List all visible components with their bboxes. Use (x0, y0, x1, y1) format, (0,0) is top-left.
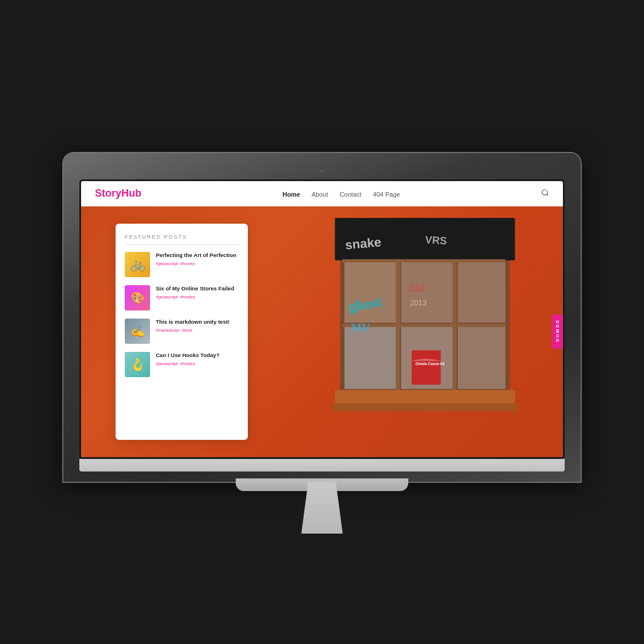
svg-rect-8 (344, 327, 396, 389)
svg-text:JAF: JAF (408, 283, 426, 294)
tag-1-2[interactable]: #hooks (180, 261, 195, 266)
post-title-3: This is markdown unity test! (156, 319, 239, 325)
svg-rect-19 (412, 350, 441, 385)
post-tags-2: #javascript #hooks (156, 294, 239, 300)
post-info-3: This is markdown unity test! #markdown #… (156, 319, 239, 333)
tag-3-1[interactable]: #markdown (156, 328, 179, 333)
tag-2-1[interactable]: #javascript (156, 294, 178, 300)
post-title-1: Perfecting the Art of Perfection (156, 252, 239, 259)
svg-rect-11 (342, 259, 505, 263)
imac-bezel: StoryHub Home About Contact 404 Page (79, 179, 565, 459)
nav-link-contact[interactable]: Contact (340, 191, 362, 198)
imac-wrapper: StoryHub Home About Contact 404 Page (63, 153, 581, 491)
website: StoryHub Home About Contact 404 Page (81, 181, 563, 457)
svg-text:Omnia Causa Int: Omnia Causa Int (415, 362, 445, 366)
post-tags-4: #javascript #hooks (156, 361, 239, 366)
nav-link-about[interactable]: About (312, 191, 328, 198)
post-thumb-3 (125, 319, 150, 344)
nav-item-about[interactable]: About (312, 189, 328, 199)
logo-text-story: Story (95, 187, 121, 199)
hero-window-illustration: snake VRS (321, 218, 528, 446)
imac-screen: StoryHub Home About Contact 404 Page (81, 181, 563, 457)
post-item-4[interactable]: Can I Use Hooks Today? #javascript #hook… (125, 352, 239, 377)
imac-camera (320, 169, 324, 174)
post-title-2: Six of My Online Stores Failed (156, 285, 239, 292)
post-info-1: Perfecting the Art of Perfection #javasc… (156, 252, 239, 266)
post-tags-1: #javascript #hooks (156, 261, 239, 266)
svg-text:MV: MV (351, 321, 370, 334)
post-item-3[interactable]: This is markdown unity test! #markdown #… (125, 319, 239, 344)
svg-rect-22 (332, 403, 518, 411)
post-tags-3: #markdown #test (156, 328, 239, 333)
tag-2-2[interactable]: #hooks (180, 294, 195, 300)
featured-section-title: Featured Posts (125, 234, 239, 245)
tag-4-1[interactable]: #javascript (156, 361, 178, 366)
tag-3-2[interactable]: #test (182, 328, 191, 333)
featured-posts-card: Featured Posts Perfecting the Art of Per… (116, 224, 248, 440)
tag-4-2[interactable]: #hooks (180, 361, 195, 366)
tag-1-1[interactable]: #javascript (156, 261, 178, 266)
post-thumb-2 (125, 285, 150, 310)
search-icon[interactable] (541, 189, 549, 198)
imac-chin (79, 459, 565, 471)
post-thumb-1 (125, 252, 150, 277)
svg-point-0 (542, 190, 547, 195)
imac-frame: StoryHub Home About Contact 404 Page (63, 153, 581, 482)
svg-text:2013: 2013 (410, 298, 427, 307)
nav-bar: StoryHub Home About Contact 404 Page (81, 181, 563, 206)
nav-link-home[interactable]: Home (282, 191, 300, 198)
nav-item-contact[interactable]: Contact (340, 189, 362, 199)
nav-link-404[interactable]: 404 Page (373, 191, 400, 198)
logo-accent: Hub (121, 187, 141, 199)
post-item-1[interactable]: Perfecting the Art of Perfection #javasc… (125, 252, 239, 277)
post-title-4: Can I Use Hooks Today? (156, 352, 239, 359)
svg-rect-14 (453, 259, 457, 390)
svg-rect-7 (458, 260, 505, 323)
nav-links: Home About Contact 404 Page (282, 189, 400, 199)
nav-item-404[interactable]: 404 Page (373, 189, 400, 199)
post-thumb-4 (125, 352, 150, 377)
imac-top-bar (79, 169, 565, 174)
post-info-4: Can I Use Hooks Today? #javascript #hook… (156, 352, 239, 366)
scene: StoryHub Home About Contact 404 Page (63, 153, 581, 491)
post-info-2: Six of My Online Stores Failed #javascri… (156, 285, 239, 300)
site-logo[interactable]: StoryHub (95, 187, 141, 200)
demos-button[interactable]: DEMOS (552, 315, 563, 348)
hero-section: snake VRS (81, 206, 563, 457)
svg-rect-10 (458, 327, 505, 389)
post-item-2[interactable]: Six of My Online Stores Failed #javascri… (125, 285, 239, 310)
nav-item-home[interactable]: Home (282, 189, 300, 199)
svg-rect-13 (396, 259, 400, 390)
svg-text:VRS: VRS (425, 233, 447, 247)
